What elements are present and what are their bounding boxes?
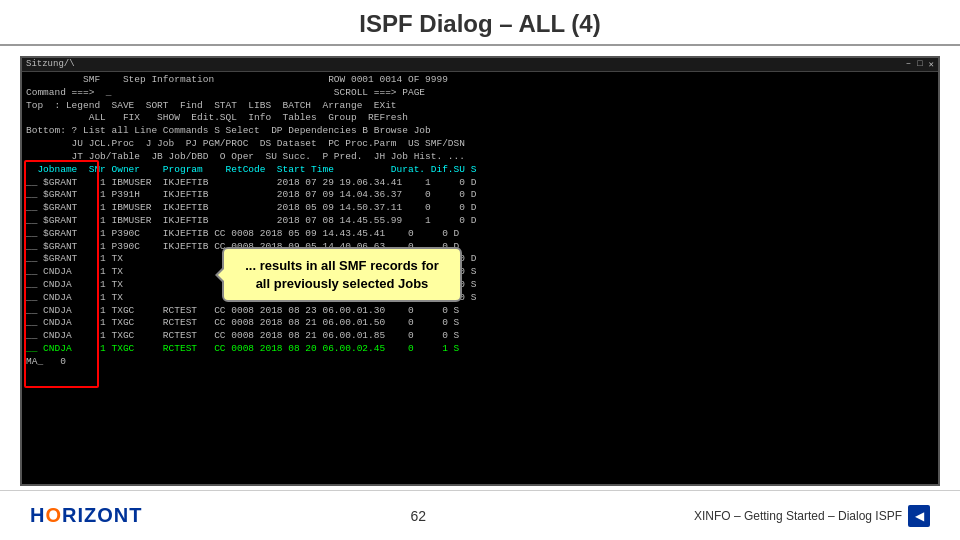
footer: HORIZONT 62 XINFO – Getting Started – Di… (0, 490, 960, 540)
menu-bottom: Bottom: ? List all Line Commands S Selec… (26, 125, 934, 138)
table-row[interactable]: __ CNDJA 1 TXGC RCTEST CC 0008 2018 08 2… (26, 330, 934, 343)
table-row[interactable]: __ $GRANT 1 P391H IKJEFTIB 2018 07 09 14… (26, 189, 934, 202)
header-line2: Command ===> _ SCROLL ===> PAGE (26, 87, 934, 100)
xinfo-label: XINFO – Getting Started – Dialog ISPF ◀ (694, 505, 930, 527)
table-row-last[interactable]: __ CNDJA 1 TXGC RCTEST CC 0008 2018 08 2… (26, 343, 934, 356)
table-row[interactable]: __ CNDJA 1 TXGC RCTEST CC 0008 2018 08 2… (26, 305, 934, 318)
tooltip-line1: ... results in all SMF records for (245, 258, 439, 273)
tooltip-line2: all previously selected Jobs (256, 276, 429, 291)
table-row[interactable]: __ $GRANT 1 IBMUSER IKJEFTIB 2018 07 08 … (26, 215, 934, 228)
table-row[interactable]: __ $GRANT 1 IBMUSER IKJEFTIB 2018 05 09 … (26, 202, 934, 215)
table-row[interactable]: __ CNDJA 1 TX 2018 09 06 06.00.00.74 0 0… (26, 266, 934, 279)
terminal-title: Sitzung/\ (26, 59, 75, 70)
tooltip-bubble: ... results in all SMF records for all p… (222, 247, 462, 302)
window-controls[interactable]: – □ ✕ (906, 59, 934, 70)
table-row[interactable]: __ CNDJA 1 TXGC RCTEST CC 0008 2018 08 2… (26, 317, 934, 330)
header-line1: SMF Step Information ROW 0001 0014 OF 99… (26, 74, 934, 87)
table-row[interactable]: __ CNDJA 1 TX 2018 09 06 06.00.01.73 0 0… (26, 292, 934, 305)
table-row[interactable]: __ CNDJA 1 TX 2018 09 06 06.00.01.20 0 0… (26, 279, 934, 292)
col-header: Jobname SNr Owner Program RetCode Start … (26, 164, 934, 177)
logo-text-h: H (30, 504, 45, 526)
close-button[interactable]: ✕ (929, 59, 934, 70)
menu-all: ALL FIX SHOW Edit.SQL Info Tables Group … (26, 112, 934, 125)
nav-back-icon[interactable]: ◀ (908, 505, 930, 527)
menu-bottom3: JT Job/Table JB Job/DBD O Oper SU Succ. … (26, 151, 934, 164)
terminal-window[interactable]: Sitzung/\ – □ ✕ SMF Step Information ROW… (20, 56, 940, 486)
xinfo-text: XINFO – Getting Started – Dialog ISPF (694, 509, 902, 523)
table-row[interactable]: __ $GRANT 1 P390C IKJEFTIB CC 0008 2018 … (26, 228, 934, 241)
page-number: 62 (410, 508, 426, 524)
table-row[interactable]: __ $GRANT 1 P390C IKJEFTIB CC 0008 2018 … (26, 241, 934, 254)
logo-text-or: O (45, 504, 62, 526)
terminal-body: SMF Step Information ROW 0001 0014 OF 99… (22, 72, 938, 371)
logo-text-rizont: RIZONT (62, 504, 142, 526)
menu-top: Top : Legend SAVE SORT Find STAT LIBS BA… (26, 100, 934, 113)
horizont-logo: HORIZONT (30, 504, 142, 527)
page-title: ISPF Dialog – ALL (4) (0, 0, 960, 46)
maximize-button[interactable]: □ (917, 59, 922, 70)
main-content: Sitzung/\ – □ ✕ SMF Step Information ROW… (0, 46, 960, 496)
terminal-titlebar: Sitzung/\ – □ ✕ (22, 58, 938, 72)
table-row[interactable]: __ $GRANT 1 TX 2018 07 09 14.41.39.82 0 … (26, 253, 934, 266)
minimize-button[interactable]: – (906, 59, 911, 70)
bottom-command[interactable]: MA_ 0 (26, 356, 934, 369)
menu-bottom2: JU JCL.Proc J Job PJ PGM/PROC DS Dataset… (26, 138, 934, 151)
table-row[interactable]: __ $GRANT 1 IBMUSER IKJEFTIB 2018 07 29 … (26, 177, 934, 190)
